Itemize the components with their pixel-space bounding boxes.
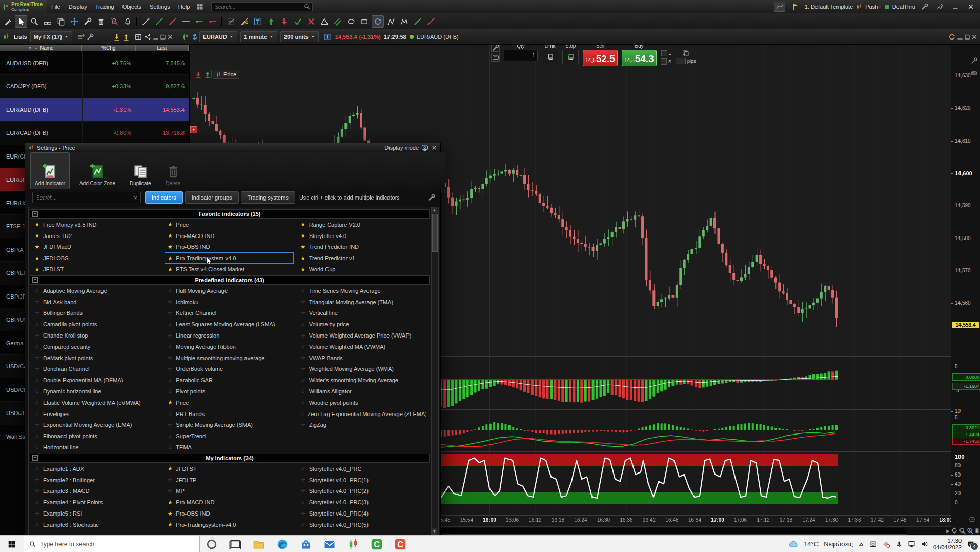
favorite-star-icon[interactable]: ☆ — [300, 422, 307, 428]
favorite-star-icon[interactable]: ☆ — [34, 377, 40, 384]
favorite-star-icon[interactable]: ★ — [167, 510, 173, 517]
ellipse-icon[interactable] — [345, 15, 357, 28]
indicator-item[interactable]: ☆Storyteller v4.0_PRC(1) — [298, 475, 427, 486]
template-selector[interactable]: 1. Default Template — [805, 4, 853, 10]
favorite-star-icon[interactable]: ★ — [300, 244, 307, 250]
indicator-item[interactable]: ☆VWAP Bands — [298, 352, 427, 364]
trendline-up-icon[interactable] — [153, 15, 166, 28]
favorite-star-icon[interactable]: ★ — [300, 232, 307, 239]
indicator-item[interactable]: ☆Adaptive Moving Average — [32, 285, 161, 297]
indicator-item[interactable]: ☆Fibonacci pivot points — [32, 430, 161, 442]
favorite-star-icon[interactable]: ☆ — [34, 465, 40, 472]
favorite-star-icon[interactable]: ☆ — [34, 410, 40, 417]
indicator-item[interactable]: ☆Triangular Moving Average (TMA) — [298, 297, 427, 308]
watchlist-close-icon[interactable] — [167, 33, 174, 41]
pin-icon[interactable] — [935, 2, 945, 11]
menu-objects[interactable]: Objects — [118, 0, 146, 13]
ruler-icon[interactable] — [42, 15, 54, 28]
stop-order-icon[interactable] — [562, 50, 579, 64]
triangle-icon[interactable] — [318, 15, 331, 28]
indicator-item[interactable]: ☆Volume Weighted MA (VWMA) — [298, 341, 427, 352]
zoom-drag-icon[interactable] — [951, 527, 958, 534]
indicator-item[interactable]: ☆Storyteller v4.0_PRC — [298, 463, 427, 475]
favorite-star-icon[interactable]: ★ — [34, 266, 40, 273]
slope-up-icon[interactable] — [412, 15, 424, 28]
indicator-item[interactable]: ★JFDI OBS — [32, 252, 161, 264]
expand-price-icon[interactable] — [203, 70, 212, 78]
menubar-search[interactable] — [211, 2, 313, 11]
drag-order-icon[interactable] — [682, 49, 689, 56]
indicator-item[interactable]: ☆Chande Kroll stop — [32, 330, 161, 341]
tab-indicators[interactable]: Indicators — [145, 191, 183, 204]
indicator-item[interactable]: ☆Example5 : RSI — [32, 508, 161, 519]
watchlist-row[interactable]: EUR/CAD (DFB)-0.80%13,718.8 — [0, 122, 189, 145]
indicator-item[interactable]: ☆Simple Moving Average (SMA) — [165, 420, 294, 431]
axis-settings-icon[interactable] — [971, 57, 977, 64]
favorite-star-icon[interactable]: ☆ — [300, 499, 307, 506]
indicator-item[interactable]: ☆Hull Moving Average — [165, 285, 294, 297]
tray-expand-icon[interactable] — [858, 541, 864, 547]
chart-close-icon[interactable] — [971, 33, 978, 41]
dialog-scrollbar[interactable]: ▲ ▼ — [431, 207, 439, 535]
indicator-item[interactable]: ★JFDI ST — [32, 264, 161, 275]
favorite-star-icon[interactable]: ☆ — [34, 354, 40, 361]
network-icon[interactable] — [908, 540, 915, 548]
text-icon[interactable] — [252, 15, 264, 28]
favorite-star-icon[interactable]: ☆ — [167, 354, 173, 361]
favorite-star-icon[interactable]: ☆ — [34, 388, 40, 395]
fibonacci-fan-icon[interactable] — [238, 15, 251, 28]
indicator-list[interactable]: −Favorite indicators (15)★Free Money v3.… — [28, 207, 431, 536]
buy-button[interactable]: 14,554.3 — [622, 50, 657, 66]
favorite-star-icon[interactable]: ★ — [300, 221, 307, 228]
indicator-item[interactable]: ☆ZigZag — [298, 420, 427, 431]
indicator-item[interactable]: ☆Donchian Channel — [32, 364, 161, 375]
indicator-item[interactable]: ☆Least Squares Moving Average (LSMA) — [165, 319, 294, 330]
favorite-star-icon[interactable]: ☆ — [167, 343, 173, 350]
favorite-star-icon[interactable]: ★ — [34, 255, 40, 262]
indicator-item[interactable]: ☆Dynamic horizontal line — [32, 386, 161, 397]
favorite-star-icon[interactable]: ☆ — [300, 521, 307, 528]
add-indicator-button[interactable]: Add Indicator — [30, 152, 70, 189]
favorite-star-icon[interactable]: ★ — [167, 244, 173, 250]
favorite-star-icon[interactable]: ☆ — [300, 465, 307, 472]
indicator-item[interactable]: ★Range Capture V2.0 — [298, 219, 427, 230]
notification-center-icon[interactable]: 4 — [967, 540, 975, 548]
units-selector[interactable]: 200 units — [280, 31, 319, 42]
column-header-chg[interactable]: %Chg — [82, 44, 136, 51]
import-icon[interactable] — [112, 32, 121, 42]
indicator-item[interactable]: ☆Compared security — [32, 341, 161, 352]
favorite-star-icon[interactable]: ☆ — [167, 477, 173, 483]
limit-order-icon[interactable] — [542, 50, 558, 64]
trendline-down-icon[interactable] — [167, 15, 179, 28]
indicator-item[interactable]: ☆OrderBook volume — [165, 364, 294, 375]
dialog-settings-icon[interactable] — [428, 194, 435, 201]
list-settings-icon[interactable] — [86, 32, 95, 42]
horizontal-line-icon[interactable] — [180, 15, 192, 28]
favorite-star-icon[interactable]: ☆ — [34, 422, 40, 428]
display-mode-label[interactable]: Display mode — [384, 145, 419, 151]
screen-record-icon[interactable] — [869, 540, 877, 548]
app-logo[interactable]: ProRealTime Complete — [0, 0, 47, 13]
section-header[interactable]: −Favorite indicators (15) — [30, 209, 430, 219]
indicator-item[interactable]: ☆Zero Lag Exponential Moving Average (ZL… — [298, 408, 427, 420]
flag-icon[interactable] — [790, 2, 801, 11]
zoom-out-icon[interactable] — [959, 527, 966, 534]
indicator-item[interactable]: ☆Pivot points — [165, 386, 294, 397]
indicator-item[interactable]: ☆Volume by price — [298, 319, 427, 330]
price-axis[interactable]: 14,63014,62014,61014,60014,59014,58014,5… — [951, 44, 980, 535]
delete-button[interactable]: Delete — [161, 152, 186, 189]
cursor-icon[interactable] — [15, 15, 27, 28]
scrollbar-right-arrow[interactable]: ▶ — [946, 528, 950, 534]
indicator-search[interactable] — [32, 192, 141, 203]
indicator-item[interactable]: ☆Keltner Channel — [165, 308, 294, 319]
watchlist-row[interactable]: AUD/USD (DFB)+0.76%7,545.6 — [0, 51, 189, 75]
zoom-in-icon[interactable] — [967, 527, 973, 534]
chart-mode-icon[interactable] — [774, 2, 785, 12]
taskbar-app-task-view[interactable] — [223, 536, 247, 552]
favorite-star-icon[interactable]: ☆ — [300, 310, 307, 317]
minimize-icon[interactable] — [950, 2, 961, 11]
favorite-star-icon[interactable]: ☆ — [34, 310, 40, 317]
pattern-icon[interactable] — [398, 15, 411, 28]
indicator-item[interactable]: ☆Example3 : MACD — [32, 486, 161, 497]
favorite-star-icon[interactable]: ☆ — [300, 321, 307, 328]
